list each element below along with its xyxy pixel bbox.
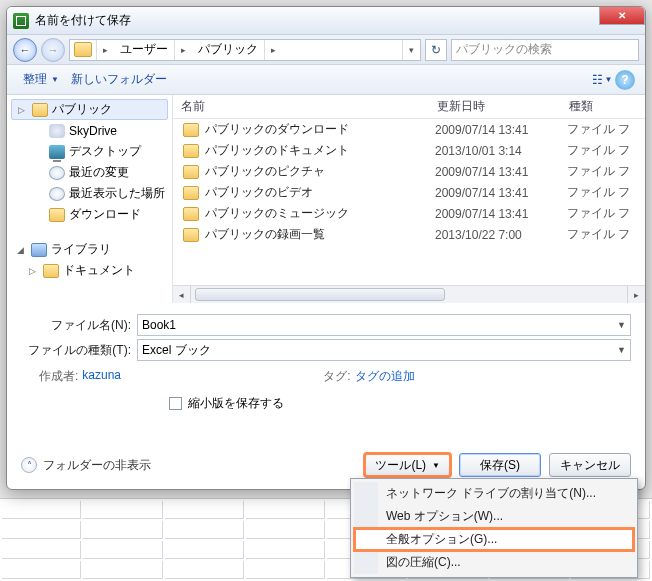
help-button[interactable]: ? (615, 70, 635, 90)
toolbar: 整理▼ 新しいフォルダー ☷▼ ? (7, 65, 645, 95)
file-name: パブリックの録画一覧 (205, 226, 435, 243)
scroll-right-icon[interactable]: ▸ (627, 286, 645, 303)
file-name: パブリックのミュージック (205, 205, 435, 222)
file-date: 2009/07/14 13:41 (435, 165, 567, 179)
cancel-button[interactable]: キャンセル (549, 453, 631, 477)
tools-menu: ネットワーク ドライブの割り当て(N)... Web オプション(W)... 全… (350, 478, 638, 578)
chevron-up-icon: ˄ (21, 457, 37, 473)
thumbnail-checkbox[interactable] (169, 397, 182, 410)
tag-label: タグ: (323, 368, 350, 385)
tree-item[interactable]: 最近表示した場所 (7, 183, 172, 204)
file-type: ファイル フ (567, 142, 630, 159)
library-icon (31, 243, 47, 257)
tree-item[interactable]: デスクトップ (7, 141, 172, 162)
scroll-left-icon[interactable]: ◂ (173, 286, 191, 303)
file-type: ファイル フ (567, 184, 630, 201)
chevron-right-icon[interactable]: ▸ (264, 40, 282, 60)
folder-icon (183, 144, 199, 158)
chevron-down-icon[interactable]: ▾ (402, 40, 420, 60)
tree-item-label: 最近表示した場所 (69, 185, 165, 202)
filename-label: ファイル名(N): (21, 317, 137, 334)
file-name: パブリックのダウンロード (205, 121, 435, 138)
file-name: パブリックのピクチャ (205, 163, 435, 180)
tree-item-label: 最近の変更 (69, 164, 129, 181)
menu-web-options[interactable]: Web オプション(W)... (354, 505, 634, 528)
col-type[interactable]: 種類 (561, 98, 645, 115)
file-row[interactable]: パブリックのミュージック2009/07/14 13:41ファイル フ (173, 203, 645, 224)
tools-button[interactable]: ツール(L) (364, 453, 451, 477)
save-as-dialog: 名前を付けて保存 ✕ ← → ▸ ユーザー ▸ パブリック ▸ ▾ ↻ パブリッ… (6, 6, 646, 490)
tree-libraries[interactable]: ◢ ライブラリ (7, 239, 172, 260)
tree-item-label: ダウンロード (69, 206, 141, 223)
author-value[interactable]: kazuna (82, 368, 121, 385)
folder-icon (49, 208, 65, 222)
chevron-down-icon[interactable]: ▼ (617, 320, 626, 330)
close-button[interactable]: ✕ (599, 7, 645, 25)
chevron-right-icon[interactable]: ▸ (96, 40, 114, 60)
file-row[interactable]: パブリックのピクチャ2009/07/14 13:41ファイル フ (173, 161, 645, 182)
view-button[interactable]: ☷▼ (589, 70, 615, 90)
filetype-select[interactable]: Excel ブック ▼ (137, 339, 631, 361)
tree-item[interactable]: ▷パブリック (11, 99, 168, 120)
tree-item-label: パブリック (52, 101, 112, 118)
tag-value[interactable]: タグの追加 (355, 368, 415, 385)
forward-button[interactable]: → (41, 38, 65, 62)
tree-item[interactable]: SkyDrive (7, 120, 172, 141)
breadcrumb-user[interactable]: ユーザー (114, 40, 174, 60)
menu-general-options[interactable]: 全般オプション(G)... (354, 528, 634, 551)
search-placeholder: パブリックの検索 (456, 41, 552, 58)
window-title: 名前を付けて保存 (35, 12, 131, 29)
col-date[interactable]: 更新日時 (429, 98, 561, 115)
author-label: 作成者: (39, 368, 78, 385)
excel-icon (13, 13, 29, 29)
col-name[interactable]: 名前 (173, 98, 429, 115)
file-row[interactable]: パブリックのドキュメント2013/10/01 3:14ファイル フ (173, 140, 645, 161)
file-name: パブリックのビデオ (205, 184, 435, 201)
folder-icon (183, 207, 199, 221)
refresh-button[interactable]: ↻ (425, 39, 447, 61)
file-date: 2009/07/14 13:41 (435, 207, 567, 221)
file-type: ファイル フ (567, 226, 630, 243)
save-button[interactable]: 保存(S) (459, 453, 541, 477)
cloud-icon (49, 124, 65, 138)
file-name: パブリックのドキュメント (205, 142, 435, 159)
folder-icon (74, 42, 92, 57)
horizontal-scrollbar[interactable]: ◂ ▸ (173, 285, 645, 303)
file-row[interactable]: パブリックのダウンロード2009/07/14 13:41ファイル フ (173, 119, 645, 140)
file-date: 2013/10/01 3:14 (435, 144, 567, 158)
clock-icon (49, 187, 65, 201)
tree-item-label: SkyDrive (69, 124, 117, 138)
back-button[interactable]: ← (13, 38, 37, 62)
expand-icon[interactable]: ▷ (18, 105, 28, 115)
hide-folders-button[interactable]: ˄ フォルダーの非表示 (21, 457, 151, 474)
breadcrumb-public[interactable]: パブリック (192, 40, 264, 60)
filetype-label: ファイルの種類(T): (21, 342, 137, 359)
file-row[interactable]: パブリックのビデオ2009/07/14 13:41ファイル フ (173, 182, 645, 203)
titlebar[interactable]: 名前を付けて保存 ✕ (7, 7, 645, 35)
filename-input[interactable]: Book1 ▼ (137, 314, 631, 336)
column-headers[interactable]: 名前 更新日時 種類 (173, 95, 645, 119)
new-folder-button[interactable]: 新しいフォルダー (65, 69, 173, 90)
scroll-thumb[interactable] (195, 288, 445, 301)
search-input[interactable]: パブリックの検索 (451, 39, 639, 61)
chevron-right-icon[interactable]: ▸ (174, 40, 192, 60)
nav-row: ← → ▸ ユーザー ▸ パブリック ▸ ▾ ↻ パブリックの検索 (7, 35, 645, 65)
thumbnail-label: 縮小版を保存する (188, 395, 284, 412)
organize-button[interactable]: 整理▼ (17, 69, 65, 90)
file-row[interactable]: パブリックの録画一覧2013/10/22 7:00ファイル フ (173, 224, 645, 245)
tree-item[interactable]: 最近の変更 (7, 162, 172, 183)
tree-documents[interactable]: ▷ ドキュメント (7, 260, 172, 281)
file-date: 2009/07/14 13:41 (435, 123, 567, 137)
tree-item-label: デスクトップ (69, 143, 141, 160)
file-list: 名前 更新日時 種類 パブリックのダウンロード2009/07/14 13:41フ… (173, 95, 645, 303)
menu-map-network-drive[interactable]: ネットワーク ドライブの割り当て(N)... (354, 482, 634, 505)
breadcrumb[interactable]: ▸ ユーザー ▸ パブリック ▸ ▾ (69, 39, 421, 61)
tree-item[interactable]: ダウンロード (7, 204, 172, 225)
file-type: ファイル フ (567, 121, 630, 138)
folder-icon (43, 264, 59, 278)
nav-tree[interactable]: ▷パブリックSkyDriveデスクトップ最近の変更最近表示した場所ダウンロード … (7, 95, 173, 303)
folder-icon (183, 123, 199, 137)
folder-icon (183, 165, 199, 179)
menu-compress-pictures[interactable]: 図の圧縮(C)... (354, 551, 634, 574)
chevron-down-icon[interactable]: ▼ (617, 345, 626, 355)
